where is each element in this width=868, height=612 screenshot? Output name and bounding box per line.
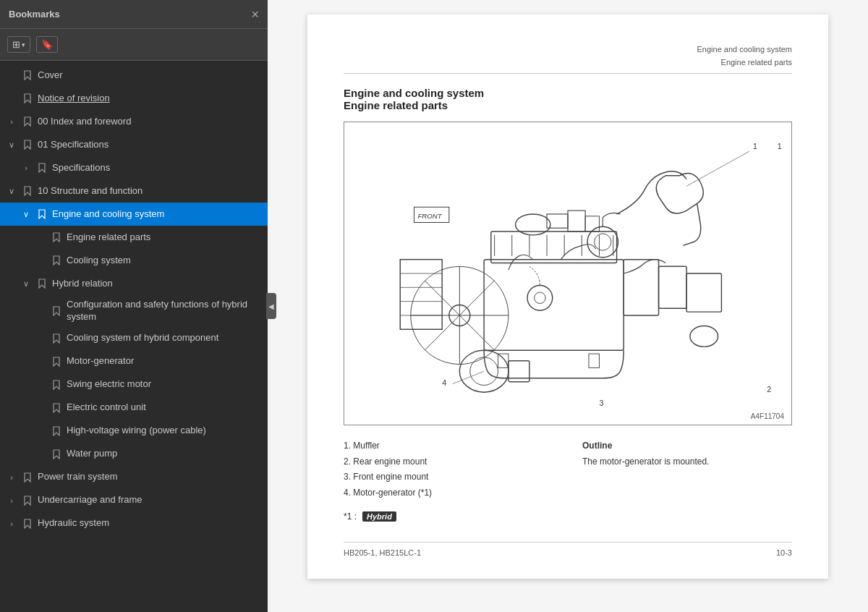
- header-line2: Engine related parts: [721, 58, 792, 67]
- bookmark-label-high-voltage: High-voltage wiring (power cable): [67, 425, 262, 437]
- bookmark-item-motor-gen[interactable]: Motor-generator: [0, 350, 268, 373]
- bookmark-flag-icon: [22, 93, 33, 104]
- caption-line: 2. Rear engine mount: [344, 454, 553, 470]
- bookmark-item-engine-parts[interactable]: Engine related parts: [0, 226, 268, 249]
- chevron-down-icon: ▾: [22, 41, 25, 48]
- bookmark-label-engine-cooling: Engine and cooling system: [52, 208, 262, 221]
- bookmark-label-cover: Cover: [38, 69, 262, 82]
- header-line1: Engine and cooling system: [697, 45, 792, 54]
- bookmark-item-10-struct[interactable]: ∨ 10 Structure and function: [0, 179, 268, 203]
- hybrid-badge: Hybrid: [362, 511, 396, 522]
- bookmark-flag-icon: [22, 69, 33, 81]
- bookmark-item-power-train[interactable]: › Power train system: [0, 466, 268, 489]
- caption-left: 1. Muffler2. Rear engine mount3. Front e…: [344, 438, 553, 501]
- bookmark-item-01-specs[interactable]: ∨ 01 Specifications: [0, 133, 268, 156]
- bookmark-item-high-voltage[interactable]: High-voltage wiring (power cable): [0, 420, 268, 443]
- bookmark-flag-icon: [51, 231, 62, 243]
- close-icon[interactable]: ×: [251, 8, 259, 21]
- bookmark-item-elec-control[interactable]: Electric control unit: [0, 396, 268, 420]
- bookmark-flag-icon: [36, 278, 48, 289]
- bookmark-flag-icon: [22, 495, 33, 506]
- expand-button-00-index[interactable]: ›: [6, 116, 17, 127]
- bookmark-icon: 🔖: [41, 39, 53, 50]
- bookmark-flag-icon: [22, 518, 33, 530]
- bookmark-item-config-safety[interactable]: Configuration and safety functions of hy…: [0, 295, 268, 327]
- page-title-section: Engine and cooling system Engine related…: [344, 87, 792, 111]
- caption-line: 3. Front engine mount: [344, 469, 553, 485]
- bookmark-label-engine-parts: Engine related parts: [67, 231, 262, 244]
- bookmark-flag-icon: [51, 402, 62, 414]
- svg-text:4: 4: [442, 378, 446, 387]
- bookmark-label-cooling-system: Cooling system: [67, 255, 262, 267]
- expand-button-specs[interactable]: ›: [20, 162, 32, 174]
- sidebar-header: Bookmarks ×: [0, 0, 268, 29]
- caption-section: 1. Muffler2. Rear engine mount3. Front e…: [344, 438, 792, 501]
- bookmark-item-notice[interactable]: Notice of revision: [0, 87, 268, 110]
- sidebar-title: Bookmarks: [9, 9, 60, 20]
- bookmarks-list[interactable]: Cover Notice of revision› 00 Index and f…: [0, 61, 268, 612]
- sidebar: Bookmarks × ⊞ ▾ 🔖 Cover Notice of revisi…: [0, 0, 268, 612]
- bookmark-item-00-index[interactable]: › 00 Index and foreword: [0, 110, 268, 133]
- page-title-main: Engine and cooling system: [344, 87, 792, 99]
- bookmark-label-config-safety: Configuration and safety functions of hy…: [67, 299, 262, 323]
- footer-model: HB205-1, HB215LC-1: [344, 548, 421, 557]
- bookmark-flag-icon: [22, 185, 33, 197]
- bookmark-label-cooling-hybrid: Cooling system of hybrid component: [67, 332, 262, 344]
- bookmark-label-power-train: Power train system: [38, 471, 262, 483]
- expand-button-hybrid-relation[interactable]: ∨: [20, 278, 32, 289]
- bookmark-flag-icon: [36, 162, 48, 174]
- page-area: Engine and cooling system Engine related…: [307, 14, 828, 579]
- bookmark-flag-icon: [51, 425, 62, 437]
- bookmark-item-hydraulic[interactable]: › Hydraulic system: [0, 512, 268, 535]
- bookmark-label-10-struct: 10 Structure and function: [38, 185, 262, 197]
- bookmark-label-01-specs: 01 Specifications: [38, 139, 262, 151]
- bookmark-flag-icon: [22, 116, 33, 127]
- expand-button-hydraulic[interactable]: ›: [6, 518, 17, 530]
- page-header: Engine and cooling system Engine related…: [344, 43, 792, 74]
- bookmark-flag-icon: [22, 472, 33, 483]
- bookmark-item-cover[interactable]: Cover: [0, 64, 268, 87]
- bookmark-item-swing-motor[interactable]: Swing electric motor: [0, 373, 268, 396]
- sidebar-collapse-button[interactable]: ◀: [266, 293, 276, 319]
- bookmark-flag-icon: [51, 255, 62, 266]
- main-content: Engine and cooling system Engine related…: [268, 0, 868, 612]
- bookmark-item-cooling-system[interactable]: Cooling system: [0, 249, 268, 272]
- expand-button-power-train[interactable]: ›: [6, 472, 17, 483]
- bookmark-flag-icon: [22, 139, 33, 150]
- bookmark-item-water-pump[interactable]: Water pump: [0, 443, 268, 466]
- hybrid-note-prefix: *1 :: [344, 511, 357, 522]
- caption-right-text: The motor-generator is mounted.: [582, 454, 792, 470]
- svg-text:2: 2: [767, 385, 771, 394]
- bookmark-label-notice: Notice of revision: [38, 93, 262, 105]
- svg-text:3: 3: [599, 399, 603, 408]
- bookmark-item-specs[interactable]: › Specifications: [0, 156, 268, 179]
- caption-line: 1. Muffler: [344, 438, 553, 454]
- caption-right-title: Outline: [582, 438, 792, 454]
- bookmark-flag-icon: [51, 333, 62, 344]
- bookmark-item-cooling-hybrid[interactable]: Cooling system of hybrid component: [0, 327, 268, 350]
- engine-diagram: 1 2 3 FRONT: [344, 122, 791, 425]
- caption-right: Outline The motor-generator is mounted.: [582, 438, 792, 501]
- bookmark-label-swing-motor: Swing electric motor: [67, 378, 262, 391]
- hybrid-note: *1 : Hybrid: [344, 511, 792, 522]
- bookmark-item-undercarriage[interactable]: › Undercarriage and frame: [0, 489, 268, 512]
- diagram-box: 1 2 3 FRONT: [344, 122, 792, 425]
- caption-line: 4. Motor-generator (*1): [344, 485, 553, 501]
- chevron-left-icon: ◀: [268, 302, 274, 310]
- bookmark-item-engine-cooling[interactable]: ∨ Engine and cooling system: [0, 203, 268, 226]
- expand-button-10-struct[interactable]: ∨: [6, 185, 17, 197]
- expand-button-undercarriage[interactable]: ›: [6, 495, 17, 506]
- expand-button-engine-cooling[interactable]: ∨: [20, 208, 32, 220]
- bookmark-button[interactable]: 🔖: [36, 36, 58, 53]
- sidebar-toolbar: ⊞ ▾ 🔖: [0, 29, 268, 61]
- expand-button-01-specs[interactable]: ∨: [6, 139, 17, 150]
- diagram-number: A4F11704: [751, 412, 784, 420]
- bookmark-label-water-pump: Water pump: [67, 448, 262, 460]
- bookmark-label-elec-control: Electric control unit: [67, 401, 262, 414]
- view-options-button[interactable]: ⊞ ▾: [7, 36, 30, 53]
- bookmark-item-hybrid-relation[interactable]: ∨ Hybrid relation: [0, 272, 268, 295]
- grid-icon: ⊞: [12, 39, 20, 50]
- bookmark-flag-icon: [51, 356, 62, 367]
- bookmark-label-undercarriage: Undercarriage and frame: [38, 494, 262, 506]
- svg-text:FRONT: FRONT: [417, 212, 442, 220]
